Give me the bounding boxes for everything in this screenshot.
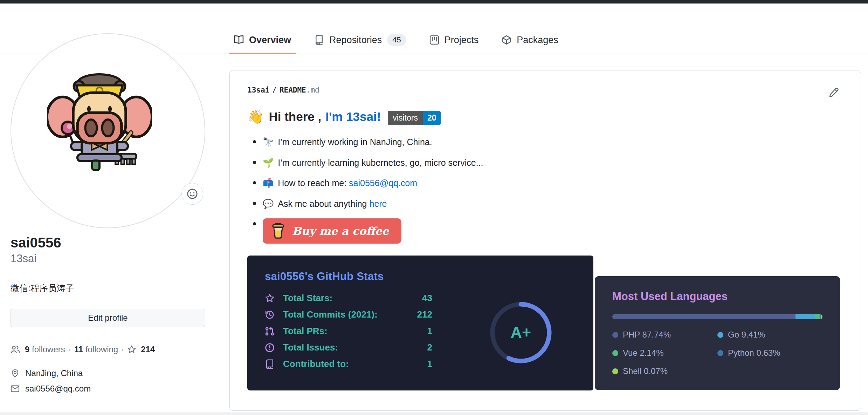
star-icon bbox=[127, 345, 136, 354]
repo-icon bbox=[314, 35, 324, 45]
bullet-emoji: 🌱 bbox=[263, 158, 274, 168]
lang-legend-text: Shell 0.07% bbox=[623, 366, 668, 376]
stat-label: Contributed to: bbox=[283, 359, 349, 369]
page-bottom-divider bbox=[0, 413, 868, 415]
bullet-link[interactable]: sai0556@qq.com bbox=[349, 178, 417, 188]
people-icon bbox=[11, 345, 20, 354]
edit-readme-pencil-icon[interactable] bbox=[828, 87, 839, 98]
stat-label: Total Issues: bbox=[283, 342, 338, 353]
bullet-text: Ask me about anything bbox=[278, 199, 369, 209]
lang-legend-item-shell: Shell 0.07% bbox=[612, 366, 717, 376]
lang-legend-text: PHP 87.74% bbox=[623, 330, 671, 340]
lang-legend-text: Vue 2.14% bbox=[623, 348, 664, 358]
project-icon bbox=[429, 35, 439, 45]
list-item: 📫How to reach me: sai0556@qq.com bbox=[263, 177, 840, 189]
readme-heading-link[interactable]: I'm 13sai! bbox=[325, 110, 381, 124]
avatar[interactable] bbox=[11, 33, 205, 228]
readme-heading: 👋 Hi there , I'm 13sai! visitors 20 bbox=[247, 109, 840, 124]
lang-legend-item-php: PHP 87.74% bbox=[612, 330, 717, 340]
visitors-badge-label: visitors bbox=[388, 111, 423, 125]
tab-label: Repositories bbox=[329, 35, 382, 46]
lang-legend-text: Python 0.63% bbox=[728, 348, 780, 358]
pig-avatar-illustration bbox=[47, 68, 152, 177]
buy-me-a-coffee-button[interactable]: Buy me a coffee bbox=[263, 218, 401, 244]
lang-color-dot bbox=[717, 332, 723, 338]
tab-projects[interactable]: Projects bbox=[424, 26, 484, 54]
lang-bar-segment-go bbox=[795, 314, 815, 319]
rank-grade: A+ bbox=[488, 299, 554, 366]
tab-overview[interactable]: Overview bbox=[228, 26, 297, 54]
profile-tabs: OverviewRepositories45ProjectsPackages bbox=[228, 26, 564, 54]
location-text: NanJing, China bbox=[25, 368, 83, 378]
lang-bar-segment-php bbox=[612, 314, 795, 319]
list-item-coffee: Buy me a coffee bbox=[263, 218, 840, 249]
tab-packages[interactable]: Packages bbox=[496, 26, 564, 54]
stat-row: Total Issues:2 bbox=[265, 342, 432, 353]
lang-legend-item-python: Python 0.63% bbox=[717, 348, 822, 358]
stat-row: Total Stars:43 bbox=[265, 293, 432, 304]
languages-progress-bar bbox=[612, 314, 822, 319]
stat-value: 2 bbox=[427, 342, 432, 353]
email-link[interactable]: sai0556@qq.com bbox=[25, 384, 91, 394]
email-row: sai0556@qq.com bbox=[11, 384, 205, 394]
lang-bar-segment-vue bbox=[815, 314, 820, 319]
stat-label: Total Stars: bbox=[283, 293, 332, 304]
profile-bio: 微信:程序员涛子 bbox=[11, 283, 205, 294]
coffee-button-label: Buy me a coffee bbox=[292, 225, 389, 237]
package-icon bbox=[502, 35, 511, 45]
profile-username: 13sai bbox=[11, 252, 205, 265]
profile-readme-card: 13sai/README.md 👋 Hi there , I'm 13sai! … bbox=[229, 70, 861, 411]
lang-legend-text: Go 9.41% bbox=[728, 330, 765, 340]
global-header-bar bbox=[0, 0, 868, 4]
bullet-emoji: 🔭 bbox=[263, 137, 274, 147]
coffee-cup-icon bbox=[270, 223, 286, 239]
repo-book-icon bbox=[265, 359, 275, 369]
most-used-languages-card: Most Used Languages PHP 87.74%Go 9.41%Vu… bbox=[595, 276, 840, 390]
visitors-badge: visitors 20 bbox=[388, 111, 441, 125]
lang-color-dot bbox=[612, 332, 618, 338]
stat-row: Contributed to:1 bbox=[265, 359, 432, 369]
star-icon bbox=[265, 293, 275, 303]
bullet-emoji: 💬 bbox=[263, 199, 274, 209]
dot-separator: · bbox=[68, 345, 71, 354]
lang-legend-item-vue: Vue 2.14% bbox=[612, 348, 717, 358]
lang-color-dot bbox=[612, 368, 618, 374]
bullet-text: I’m currently learning kubernetes, go, m… bbox=[278, 158, 483, 168]
github-stats-card: sai0556's GitHub Stats Total Stars:43Tot… bbox=[247, 256, 593, 390]
history-icon bbox=[265, 310, 275, 320]
breadcrumb-user-link[interactable]: 13sai bbox=[247, 86, 269, 94]
readme-bullet-list: 🔭I’m currently working in NanJing, China… bbox=[247, 136, 840, 249]
profile-sidebar: sai0556 13sai 微信:程序员涛子 Edit profile 9 fo… bbox=[11, 234, 205, 394]
bullet-text: I’m currently working in NanJing, China. bbox=[278, 137, 432, 147]
pull-request-icon bbox=[265, 326, 275, 336]
location-row: NanJing, China bbox=[11, 368, 205, 378]
rank-ring: A+ bbox=[488, 299, 554, 366]
mail-icon bbox=[11, 384, 20, 393]
tab-label: Packages bbox=[517, 35, 558, 46]
set-status-button[interactable] bbox=[181, 183, 203, 205]
stats-rows: Total Stars:43Total Commits (2021):212To… bbox=[265, 293, 432, 369]
smiley-icon bbox=[187, 188, 198, 199]
stats-card-title: sai0556's GitHub Stats bbox=[265, 270, 593, 283]
profile-name: sai0556 bbox=[11, 234, 205, 251]
breadcrumb-file-link[interactable]: README bbox=[280, 86, 306, 94]
following-link[interactable]: 11 following bbox=[74, 345, 118, 354]
tab-repositories[interactable]: Repositories45 bbox=[309, 26, 412, 54]
stat-value: 1 bbox=[427, 359, 432, 369]
lang-color-dot bbox=[612, 350, 618, 356]
stat-label: Total Commits (2021): bbox=[283, 309, 378, 320]
wave-emoji: 👋 bbox=[247, 109, 264, 124]
bullet-link[interactable]: here bbox=[369, 199, 387, 209]
readme-heading-text: Hi there , bbox=[269, 110, 321, 124]
bullet-text: How to reach me: bbox=[278, 178, 349, 188]
starred-count-link[interactable]: 214 bbox=[141, 345, 155, 354]
list-item: 🌱I’m currently learning kubernetes, go, … bbox=[263, 157, 840, 169]
list-item: 🔭I’m currently working in NanJing, China… bbox=[263, 136, 840, 148]
stat-row: Total Commits (2021):212 bbox=[265, 309, 432, 320]
edit-profile-button[interactable]: Edit profile bbox=[11, 309, 205, 327]
followers-link[interactable]: 9 followers bbox=[25, 345, 65, 354]
book-icon bbox=[234, 35, 244, 45]
visitors-badge-count: 20 bbox=[423, 111, 441, 125]
stat-label: Total PRs: bbox=[283, 326, 328, 336]
tab-counter: 45 bbox=[387, 34, 406, 46]
